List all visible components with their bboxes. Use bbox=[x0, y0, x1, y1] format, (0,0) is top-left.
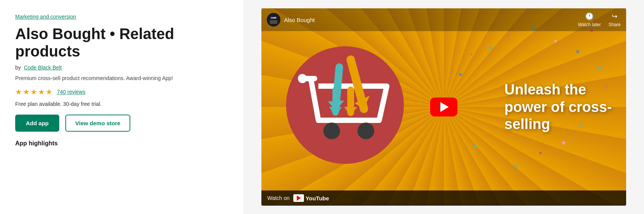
app-highlights-title: App highlights bbox=[15, 140, 225, 147]
buttons-row: Add app View demo store bbox=[15, 115, 225, 132]
rating-row: ★★★★★ 740 reviews bbox=[15, 87, 225, 96]
channel-avatar: code bbox=[267, 13, 280, 27]
play-triangle-icon bbox=[440, 102, 449, 112]
app-title: Also Bought • Related products bbox=[15, 25, 225, 60]
svg-point-0 bbox=[286, 46, 404, 164]
left-panel: Marketing and conversion Also Bought • R… bbox=[0, 0, 243, 214]
share-button[interactable]: ↪ Share bbox=[608, 12, 620, 27]
watch-on-text: Watch on bbox=[267, 195, 290, 201]
youtube-text: YouTube bbox=[305, 195, 329, 201]
watch-later-button[interactable]: 🕐 Watch later bbox=[578, 12, 601, 27]
author-link[interactable]: Code Black Belt bbox=[24, 65, 62, 71]
svg-point-5 bbox=[358, 123, 374, 139]
video-text-overlay: Unleash the power of cross-selling bbox=[505, 81, 619, 133]
view-demo-button[interactable]: View demo store bbox=[65, 115, 130, 132]
reviews-link[interactable]: 740 reviews bbox=[57, 89, 85, 95]
video-bottom-bar[interactable]: Watch on YouTube bbox=[261, 190, 626, 206]
play-button[interactable] bbox=[430, 98, 457, 116]
top-bar-right: 🕐 Watch later ↪ Share bbox=[578, 12, 620, 27]
app-description: Premium cross-sell product recommendatio… bbox=[15, 75, 225, 81]
video-top-bar: code Also Bought 🕐 Watch later ↪ Share bbox=[261, 8, 626, 31]
pricing-text: Free plan available. 30-day free trial. bbox=[15, 101, 225, 107]
video-container[interactable]: ★★★★★★★★★★★★★★★★ bbox=[261, 8, 626, 206]
cart-illustration bbox=[277, 29, 413, 170]
breadcrumb-link[interactable]: Marketing and conversion bbox=[15, 14, 225, 20]
author-line: by Code Black Belt bbox=[15, 65, 225, 71]
add-app-button[interactable]: Add app bbox=[15, 115, 59, 132]
youtube-icon bbox=[293, 194, 304, 202]
star-rating: ★★★★★ bbox=[15, 87, 53, 96]
svg-point-4 bbox=[323, 123, 340, 139]
clock-icon: 🕐 bbox=[585, 12, 593, 20]
share-icon: ↪ bbox=[612, 12, 617, 20]
share-label: Share bbox=[608, 22, 620, 27]
youtube-logo: YouTube bbox=[293, 194, 329, 202]
channel-name: Also Bought bbox=[284, 17, 315, 23]
right-panel: ★★★★★★★★★★★★★★★★ bbox=[243, 0, 644, 214]
youtube-play-icon bbox=[297, 195, 301, 201]
watch-later-label: Watch later bbox=[578, 22, 601, 27]
